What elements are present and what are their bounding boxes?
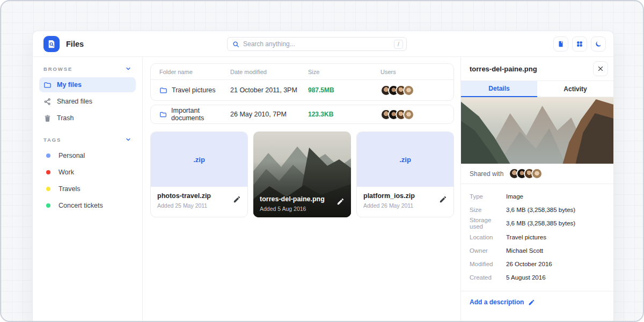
folder-icon [159, 111, 167, 119]
tag-label: Personal [58, 152, 85, 159]
tag-item-concert-tickets[interactable]: Concert tickets [39, 198, 136, 213]
file-added-date: Added 5 Aug 2016 [260, 206, 345, 212]
trash-icon [43, 114, 52, 122]
field-label: Storage used [470, 217, 506, 230]
desktop-background: Files / [0, 0, 644, 322]
book-icon [557, 40, 565, 48]
shared-with-label: Shared with [470, 170, 503, 178]
avatar [403, 109, 414, 120]
sidebar-item-label: Shared files [57, 98, 92, 105]
field-label: Created [470, 274, 506, 281]
file-preview [461, 97, 613, 164]
details-file-title: torres-del-paine.png [470, 65, 593, 73]
folder-size: 987.5MB [308, 86, 334, 94]
edit-button[interactable] [336, 197, 345, 208]
field-value: 5 August 2016 [506, 274, 546, 281]
date-modified: 26 May 2010, 7PM [230, 111, 308, 118]
table-row-travel-pictures[interactable]: Travel pictures 21 October 2011, 3PM 987… [151, 80, 453, 100]
field-value: Michael Scott [506, 247, 543, 254]
header-actions [553, 36, 606, 52]
tab-details[interactable]: Details [461, 81, 537, 97]
card-footer-overlay: torres-del-paine.png Added 5 Aug 2016 [253, 190, 351, 217]
tag-item-personal[interactable]: Personal [39, 148, 136, 163]
tags-section-header: TAGS [39, 136, 136, 143]
file-name: platform_ios.zip [363, 192, 447, 200]
avatar [403, 85, 414, 96]
search-bar[interactable]: / [227, 37, 407, 51]
field-label: Size [470, 207, 506, 213]
main-content: Folder name Date modified Size Users Tra… [143, 57, 460, 322]
user-avatars [380, 109, 453, 120]
user-avatars [380, 85, 453, 96]
pencil-icon [528, 299, 535, 306]
grid-view-button[interactable] [572, 36, 587, 52]
tag-dot [46, 170, 50, 174]
close-panel-button[interactable] [593, 61, 608, 76]
file-added-date: Added 26 May 2011 [363, 202, 447, 209]
card-footer: photos-travel.zip Added 25 May 2011 [151, 187, 247, 217]
folder-icon [43, 81, 52, 89]
avatar [531, 168, 543, 179]
column-header-users: Users [380, 69, 453, 75]
column-header-date-modified: Date modified [230, 69, 308, 75]
chevron-down-icon[interactable] [125, 136, 131, 143]
date-modified: 21 October 2011, 3PM [230, 86, 308, 94]
table-header-row: Folder name Date modified Size Users [151, 64, 453, 80]
edit-button[interactable] [439, 195, 447, 206]
sidebar-item-shared-files[interactable]: Shared files [39, 94, 136, 109]
file-card-photos-travel-zip[interactable]: .zip photos-travel.zip Added 25 May 2011 [150, 131, 248, 217]
field-label: Modified [470, 261, 506, 267]
search-input[interactable] [243, 40, 394, 48]
field-value: 3,6 MB (3,258,385 bytes) [506, 207, 575, 213]
field-value: Travel pictures [506, 234, 546, 240]
shared-with-row: Shared with [461, 164, 613, 184]
close-icon [597, 65, 604, 72]
browse-section-header: BROWSE [39, 65, 136, 72]
file-search-icon [47, 39, 56, 49]
details-tabs: Details Activity [461, 81, 613, 97]
dark-mode-button[interactable] [591, 36, 606, 52]
sidebar-item-trash[interactable]: Trash [39, 111, 136, 126]
field-type: Type Image [470, 189, 605, 203]
card-footer: platform_ios.zip Added 26 May 2011 [357, 187, 453, 217]
field-location: Location Travel pictures [470, 230, 605, 244]
tab-activity[interactable]: Activity [537, 81, 613, 97]
zip-preview: .zip [357, 132, 453, 187]
file-card-torres-del-paine[interactable]: torres-del-paine.png Added 5 Aug 2016 [253, 131, 351, 217]
field-value: 26 October 2016 [506, 261, 552, 267]
search-icon [232, 41, 239, 48]
sidebar-item-label: My files [57, 81, 82, 89]
tags-section: TAGS Personal Work [39, 136, 136, 213]
field-label: Type [470, 193, 506, 200]
tag-item-travels[interactable]: Travels [39, 181, 136, 196]
folder-name: Travel pictures [172, 86, 216, 94]
add-description-button[interactable]: Add a description [461, 291, 613, 313]
tag-label: Travels [58, 185, 80, 193]
book-button[interactable] [553, 36, 568, 52]
field-label: Owner [470, 247, 506, 254]
field-label: Location [470, 234, 506, 240]
share-icon [43, 98, 52, 106]
file-name: torres-del-paine.png [260, 195, 345, 203]
search-shortcut-badge: / [394, 40, 403, 49]
details-panel-header: torres-del-paine.png [461, 57, 613, 81]
tag-item-work[interactable]: Work [39, 165, 136, 180]
chevron-down-icon[interactable] [125, 65, 131, 72]
folder-icon [159, 86, 167, 94]
table-row-important-documents[interactable]: Important documents 26 May 2010, 7PM 123… [151, 105, 453, 123]
file-added-date: Added 25 May 2011 [157, 202, 241, 209]
tag-dot [46, 187, 50, 191]
top-bar: Files / [33, 31, 613, 57]
tag-label: Concert tickets [58, 202, 103, 209]
sidebar-item-my-files[interactable]: My files [39, 77, 136, 92]
mountain-preview-image [461, 97, 613, 164]
page-title: Files [66, 40, 84, 48]
edit-button[interactable] [233, 195, 241, 206]
column-header-size: Size [308, 69, 380, 75]
file-metadata-list: Type Image Size 3,6 MB (3,258,385 bytes)… [461, 184, 613, 291]
sidebar-item-label: Trash [57, 114, 74, 122]
details-panel: torres-del-paine.png Details Activity [460, 57, 613, 322]
file-card-platform-ios-zip[interactable]: .zip platform_ios.zip Added 26 May 2011 [356, 131, 454, 217]
tags-label: TAGS [43, 137, 61, 143]
field-storage-used: Storage used 3,6 MB (3,258,385 bytes) [470, 217, 605, 230]
